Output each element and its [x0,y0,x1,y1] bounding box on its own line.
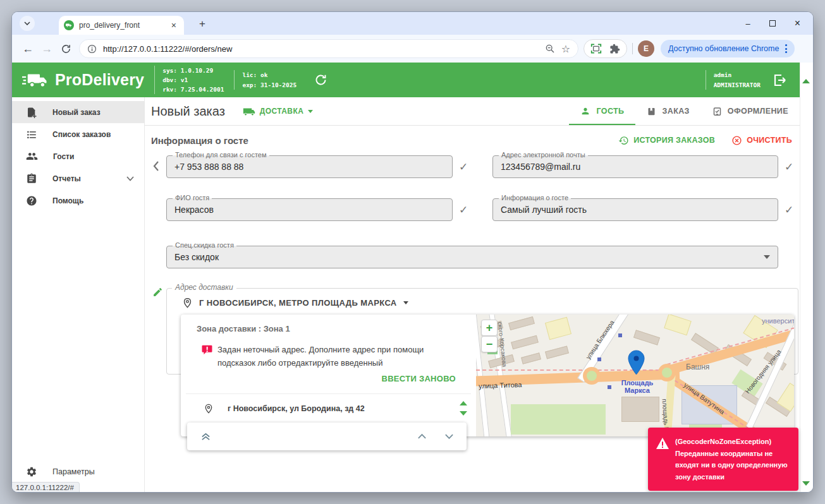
address-select[interactable]: Г НОВОСИБИРСК, МЕТРО ПЛОЩАДЬ МАРКСА [167,289,798,308]
clear-label: ОЧИСТИТЬ [747,136,792,145]
map-label-titova: улица Титова [479,381,522,390]
forward-arrow-icon: → [41,42,52,56]
warning-bubble-icon [202,345,212,355]
info-valid-check-icon: ✓ [785,203,793,217]
clear-button[interactable]: ОЧИСТИТЬ [731,135,792,146]
address-card: Зона доставки : Зона 1 Задан неточный ад… [181,315,794,436]
suggestion-up-arrow[interactable] [460,401,467,405]
order-list-icon [26,129,37,140]
profile-avatar[interactable]: E [638,40,654,57]
address-bar[interactable]: http://127.0.0.1:11222/#/orders/new ☆ [79,39,578,58]
tab-title: pro_delivery_front [79,21,169,30]
tab-label: ЗАКАЗ [662,107,689,116]
browser-tab[interactable]: pro_delivery_front × [59,16,184,35]
toast-message: Переданные координаты не входят ни в одн… [675,448,792,483]
email-field-value[interactable]: 123456789@mail.ru [501,162,580,172]
guest-name-field[interactable]: ФИО гостя Некрасов [166,198,453,221]
gear-icon [26,466,37,477]
guest-info-field[interactable]: Информация о госте Самый лучший гость [492,198,778,221]
toast-exception-name: (GeocoderNoZoneException) [675,436,792,448]
order-type-label: ДОСТАВКА [260,107,303,116]
suggestion-down-arrow[interactable] [460,411,467,416]
map-zoom-out-button[interactable]: − [481,336,498,352]
app-header: ProDelivery sys: 1.0.10.29 dbv: v1 rkv: … [12,63,800,97]
chevron-up-icon[interactable] [417,433,427,440]
map[interactable]: улица Титова Площадь Маркса Башня улица … [476,315,794,436]
map-building [664,315,692,335]
sidebar: Новый заказ Список заказов Гости Отчеты [12,97,145,493]
sidebar-item-label: Гости [53,152,74,161]
license-expiry: exp: 31-10-2025 [242,80,296,90]
sidebar-item-reports[interactable]: Отчеты [12,167,144,189]
sys-version: sys: 1.0.10.29 [162,66,224,75]
double-chevron-up-icon[interactable] [201,432,211,441]
discount-select[interactable]: Спец.скидка гостя Без скидок [166,246,778,268]
suggestions-expander-bar[interactable] [187,423,467,450]
menu-kebab-icon[interactable] [781,44,791,53]
phone-field-label: Телефон для связи с гостем [173,151,269,159]
titlebar: pro_delivery_front × + – × [12,12,813,35]
new-tab-button[interactable]: + [194,15,211,33]
refresh-icon[interactable] [314,73,327,87]
phone-field[interactable]: Телефон для связи с гостем +7 953 888 88… [166,155,453,178]
sidebar-item-help[interactable]: Помощь [12,189,144,212]
phone-field-value[interactable]: +7 953 888 88 88 [174,162,243,172]
order-type-dropdown[interactable]: ДОСТАВКА [243,107,313,116]
email-field[interactable]: Адрес электронной почты 123456789@mail.r… [492,155,778,178]
sidebar-item-label: Помощь [52,196,83,205]
scroll-track[interactable] [800,63,813,493]
guest-info-value[interactable]: Самый лучший гость [501,205,587,215]
sidebar-item-order-list[interactable]: Список заказов [12,123,144,145]
tab-order[interactable]: ЗАКАЗ [635,97,700,125]
back-button[interactable]: ← [18,39,37,58]
brand-name: ProDelivery [55,71,144,89]
reload-button[interactable] [56,39,75,58]
address-panel: Зона доставки : Зона 1 Задан неточный ад… [181,315,476,436]
error-toast: (GeocoderNoZoneException) Переданные коо… [648,428,798,491]
order-tabs: ГОСТЬ ЗАКАЗ ОФОРМЛЕНИЕ [569,97,800,125]
toolbar-capsule [584,39,627,58]
chrome-update-button[interactable]: Доступно обновление Chrome [661,40,795,57]
discount-value[interactable]: Без скидок [174,252,219,262]
extensions-icon[interactable] [609,44,620,54]
window-maximize-button[interactable] [769,20,776,27]
url-text[interactable]: http://127.0.0.1:11222/#/orders/new [103,44,539,54]
page-toolbar: Новый заказ ДОСТАВКА ГОСТЬ [145,97,800,126]
sidebar-item-parameters[interactable]: Параметры [12,463,144,481]
map-building [511,335,539,349]
map-zoom-in-button[interactable]: + [481,320,498,336]
dbv-version: dbv: v1 [162,75,224,85]
guest-name-value[interactable]: Некрасов [174,205,214,215]
reenter-button[interactable]: ВВЕСТИ ЗАНОВО [181,374,456,383]
tab-search-button[interactable] [20,16,35,31]
book-bookmark-icon [647,107,656,116]
window-minimize-button[interactable]: – [745,19,750,28]
address-suggestion-row[interactable]: г Новосибирск, ул Бородина, зд 42 [181,394,476,423]
map-metro-marker [608,385,611,389]
order-history-button[interactable]: ИСТОРИЯ ЗАКАЗОВ [618,135,715,146]
collapse-left-icon[interactable] [152,160,160,172]
logout-icon[interactable] [772,73,787,88]
sidebar-item-new-order[interactable]: Новый заказ [12,101,144,123]
forward-button[interactable]: → [37,39,56,58]
tab-close-icon[interactable]: × [169,20,179,30]
edit-pencil-icon[interactable] [152,287,163,297]
screen-capture-icon[interactable] [590,44,602,54]
chevron-down-icon[interactable] [444,433,454,440]
clear-circle-icon [731,135,742,146]
guest-info-label: Информация о госте [499,194,571,201]
site-info-icon[interactable] [87,44,97,54]
delivery-truck-icon [243,107,255,116]
window-close-button[interactable]: × [795,18,800,29]
scroll-down-arrow[interactable] [802,481,810,486]
sidebar-item-guests[interactable]: Гости [12,145,144,167]
zoom-page-button[interactable] [545,44,555,54]
back-arrow-icon: ← [22,42,34,56]
address-warning-text: Задан неточный адрес. Дополните адрес пр… [217,344,457,370]
scroll-up-arrow[interactable] [802,79,810,83]
address-select-value: Г НОВОСИБИРСК, МЕТРО ПЛОЩАДЬ МАРКСА [199,298,397,308]
bookmark-star-icon[interactable]: ☆ [561,43,570,55]
tab-guest[interactable]: ГОСТЬ [569,97,635,125]
chevron-down-icon [126,176,134,181]
tab-checkout[interactable]: ОФОРМЛЕНИЕ [701,97,800,125]
